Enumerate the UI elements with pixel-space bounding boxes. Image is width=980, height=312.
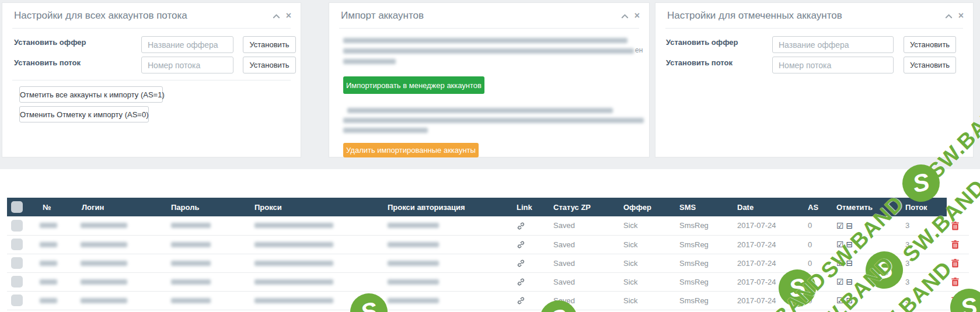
col-flow: Поток [901,198,947,216]
collapse-icon[interactable] [621,13,629,19]
flow-value: 3 [901,272,947,291]
link-cell[interactable] [512,254,549,272]
mark-cell: ☑⊟ [832,235,901,254]
set-flow-button[interactable]: Установить [243,57,296,73]
panel-import-accounts: Импорт аккаунтов × ен Импортировать в ме… [329,2,650,157]
table-row: Saved Sick SmsReg 2017-07-24 0 ☑⊟ 3 [7,272,969,291]
row-checkbox[interactable] [11,276,23,288]
close-icon[interactable]: × [286,11,291,20]
redacted-password [171,298,211,303]
redacted-proxy [254,279,333,285]
divider [339,28,639,29]
set-offer-button[interactable]: Установить [904,36,956,53]
date-value: 2017-07-24 [733,272,803,291]
redacted-login [81,223,127,228]
mark-checked-icon[interactable]: ☑ [836,258,844,268]
delete-imported-button[interactable]: Удалить импортированные аккаунты [343,143,479,157]
row-checkbox[interactable] [11,257,23,269]
as-value: 0 [803,235,832,254]
redacted-proxy-auth [388,261,439,266]
redacted-password [171,242,211,247]
redacted-text-line [343,128,428,133]
trash-icon [951,222,959,230]
sms-value: SmsReg [675,254,733,272]
col-login: Логин [76,198,166,216]
table-row: Saved Sick SmsReg 2017-07-24 0 ☑⊟ 3 [7,216,969,235]
import-to-manager-button[interactable]: Импортировать в менеджер аккаунтов [343,76,484,94]
redacted-proxy [254,298,333,303]
row-checkbox[interactable] [11,295,23,306]
redacted-login [81,279,127,285]
col-mark: Отметить [832,198,901,216]
offer-value: Sick [619,216,675,235]
close-icon[interactable]: × [958,11,964,20]
delete-cell[interactable] [947,235,969,254]
mark-minus-icon[interactable]: ⊟ [846,296,853,305]
date-value: 2017-07-24 [733,235,803,254]
col-password: Пароль [166,198,250,216]
offer-value: Sick [619,272,675,291]
link-cell[interactable] [512,291,549,310]
mark-checked-icon[interactable]: ☑ [836,277,844,286]
redacted-password [171,223,211,228]
mark-checked-icon[interactable]: ☑ [836,221,844,230]
link-cell[interactable] [512,216,549,235]
table-row: Saved Sick SmsReg 2017-07-24 0 ☑⊟ 3 [7,235,969,254]
collapse-icon[interactable] [945,13,953,19]
mark-checked-icon[interactable]: ☑ [836,296,844,305]
redacted-proxy-auth [388,279,439,285]
mark-cell: ☑⊟ [832,254,901,272]
flow-number-input[interactable] [141,57,233,73]
redacted-password [171,279,211,285]
status-zp-value: Saved [549,272,619,291]
redacted-number [40,298,57,303]
close-icon[interactable]: × [634,11,640,20]
trash-icon [951,259,959,268]
collapse-icon[interactable] [273,13,280,19]
col-offer: Оффер [619,198,675,216]
redacted-login [81,298,127,303]
panel-flow-all-settings: Настройки для всех аккаунтов потока × Ус… [2,2,301,157]
link-cell[interactable] [512,235,549,254]
panel-title: Настройки для всех аккаунтов потока [14,10,187,22]
unmark-import-button[interactable]: Отменить Отметку к импорту (AS=0) [19,106,149,122]
mark-minus-icon[interactable]: ⊟ [846,258,853,268]
mark-minus-icon[interactable]: ⊟ [846,221,853,230]
mark-checked-icon[interactable]: ☑ [836,240,844,249]
date-value: 2017-07-24 [733,254,803,272]
offer-name-input[interactable] [141,36,233,53]
as-value: 0 [803,272,832,291]
delete-cell[interactable] [947,216,969,235]
mark-all-import-button[interactable]: Отметить все аккаунты к импорту (AS=1) [19,86,163,103]
redacted-number [40,261,57,266]
row-checkbox[interactable] [11,220,23,232]
delete-cell[interactable] [947,291,969,310]
redacted-proxy [254,261,333,266]
redacted-text-line [343,38,627,43]
set-flow-button[interactable]: Установить [904,57,956,73]
delete-cell[interactable] [947,254,969,272]
redacted-login [81,261,127,266]
table-row: Saved Sick SmsReg 2017-07-24 0 ☑⊟ 3 [7,291,969,310]
row-checkbox[interactable] [11,239,23,250]
status-zp-value: Saved [549,216,619,235]
mark-minus-icon[interactable]: ⊟ [846,240,853,249]
table-header-row: № Логин Пароль Прокси Прокси авторизация… [7,198,969,216]
flow-number-input[interactable] [772,57,894,73]
date-value: 2017-07-24 [733,291,803,310]
offer-value: Sick [619,291,675,310]
panel-title: Импорт аккаунтов [341,10,424,22]
select-all-checkbox[interactable] [11,201,23,213]
delete-cell[interactable] [947,272,969,291]
redacted-number [40,279,57,285]
mark-minus-icon[interactable]: ⊟ [846,277,853,286]
col-number: № [35,198,76,216]
set-flow-label: Установить поток [14,58,81,67]
offer-name-input[interactable] [772,36,894,53]
chain-link-icon [517,222,525,230]
col-status-zp: Статус ZP [549,198,619,216]
sms-value: SmsReg [675,291,733,310]
divider [665,28,963,29]
link-cell[interactable] [512,272,549,291]
set-offer-button[interactable]: Установить [243,36,296,53]
